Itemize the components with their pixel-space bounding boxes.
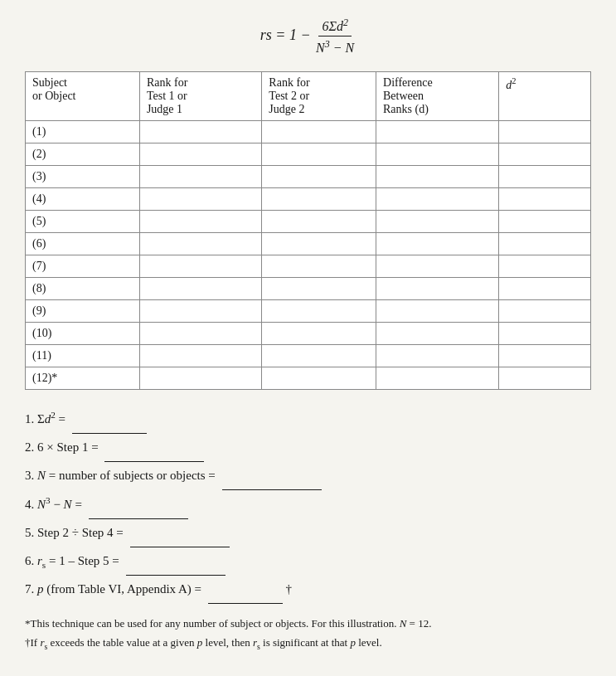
table-row: (2): [26, 143, 591, 165]
table-cell-subject: (8): [26, 277, 140, 299]
table-cell-data: [139, 210, 261, 232]
table-cell-subject: (2): [26, 143, 140, 165]
table-cell-data: [262, 344, 376, 367]
table-cell-data: [139, 187, 261, 210]
table-cell-data: [262, 165, 376, 187]
table-cell-data: [499, 255, 591, 277]
step-4-label: 4. N3 − N =: [25, 498, 82, 511]
table-cell-data: [376, 277, 499, 299]
table-cell-data: [499, 210, 591, 232]
table-cell-data: [139, 299, 261, 322]
footnote-asterisk: *This technique can be used for any numb…: [25, 615, 591, 633]
table-cell-data: [139, 255, 261, 277]
step-1: 1. Σd2 =: [25, 405, 591, 434]
table-cell-data: [139, 143, 261, 165]
table-cell-data: [262, 277, 376, 299]
table-cell-data: [262, 255, 376, 277]
col-header-rank1: Rank for Test 1 or Judge 1: [139, 71, 261, 120]
table-row: (8): [26, 277, 591, 299]
table-row: (3): [26, 165, 591, 187]
table-cell-data: [376, 367, 499, 389]
table-cell-data: [139, 344, 261, 367]
table-cell-data: [376, 232, 499, 255]
table-cell-data: [376, 143, 499, 165]
table-cell-data: [499, 187, 591, 210]
step-7-dagger: †: [286, 582, 293, 596]
table-cell-data: [139, 322, 261, 344]
table-row: (12)*: [26, 367, 591, 389]
step-3-blank: [222, 462, 322, 490]
table-row: (6): [26, 232, 591, 255]
formula-denominator: N3 − N: [316, 36, 354, 56]
step-1-label: 1. Σd2 =: [25, 412, 65, 426]
step-5-label: 5. Step 2 ÷ Step 4 =: [25, 526, 124, 539]
table-cell-data: [376, 120, 499, 143]
table-cell-data: [262, 367, 376, 389]
table-cell-data: [499, 299, 591, 322]
step-6: 6. rs = 1 – Step 5 =: [25, 547, 591, 576]
step-5: 5. Step 2 ÷ Step 4 =: [25, 519, 591, 547]
table-cell-data: [139, 367, 261, 389]
formula-numerator: 6Σd2: [318, 17, 352, 36]
table-cell-data: [376, 187, 499, 210]
col-header-subject: Subject or Object: [26, 71, 140, 120]
step-4-blank: [89, 491, 188, 519]
table-row: (1): [26, 120, 591, 143]
steps-section: 1. Σd2 = 2. 6 × Step 1 = 3. N = number o…: [25, 405, 591, 604]
step-2-label: 2. 6 × Step 1 =: [25, 440, 99, 454]
data-table: Subject or Object Rank for Test 1 or Jud…: [25, 71, 591, 390]
table-cell-data: [376, 165, 499, 187]
step-1-blank: [72, 406, 147, 434]
table-row: (11): [26, 344, 591, 367]
table-cell-data: [499, 344, 591, 367]
table-cell-subject: (10): [26, 322, 140, 344]
step-7-blank: [208, 576, 283, 604]
table-cell-data: [139, 120, 261, 143]
footnotes-section: *This technique can be used for any numb…: [25, 615, 591, 654]
step-3: 3. N = number of subjects or objects =: [25, 462, 591, 490]
col-header-d2: d2: [499, 71, 591, 120]
table-cell-data: [499, 120, 591, 143]
step-6-label: 6. rs = 1 – Step 5 =: [25, 554, 119, 567]
table-cell-data: [499, 143, 591, 165]
step-5-blank: [130, 519, 230, 547]
table-header-row: Subject or Object Rank for Test 1 or Jud…: [26, 71, 591, 120]
table-row: (9): [26, 299, 591, 322]
table-row: (7): [26, 255, 591, 277]
table-cell-subject: (5): [26, 210, 140, 232]
table-body: (1)(2)(3)(4)(5)(6)(7)(8)(9)(10)(11)(12)*: [26, 120, 591, 389]
footnote-dagger: †If rs exceeds the table value at a give…: [25, 635, 591, 653]
table-cell-data: [262, 120, 376, 143]
col-header-diff: Difference Between Ranks (d): [376, 71, 499, 120]
table-cell-subject: (12)*: [26, 367, 140, 389]
table-row: (5): [26, 210, 591, 232]
table-cell-subject: (1): [26, 120, 140, 143]
table-cell-data: [499, 367, 591, 389]
formula-display: rs = 1 − 6Σd2 N3 − N: [25, 17, 591, 56]
table-cell-data: [499, 322, 591, 344]
table-cell-data: [262, 143, 376, 165]
step-7-label: 7. p (from Table VI, Appendix A) =: [25, 582, 201, 596]
table-cell-data: [262, 322, 376, 344]
table-cell-data: [499, 232, 591, 255]
step-7: 7. p (from Table VI, Appendix A) = †: [25, 576, 591, 604]
table-cell-data: [376, 344, 499, 367]
table-cell-data: [376, 322, 499, 344]
step-2: 2. 6 × Step 1 =: [25, 434, 591, 462]
step-6-blank: [126, 547, 226, 576]
table-cell-data: [376, 255, 499, 277]
table-cell-data: [139, 277, 261, 299]
table-cell-data: [262, 299, 376, 322]
table-cell-subject: (9): [26, 299, 140, 322]
formula-fraction: 6Σd2 N3 − N: [316, 17, 354, 56]
table-cell-subject: (4): [26, 187, 140, 210]
table-cell-data: [262, 187, 376, 210]
table-cell-subject: (3): [26, 165, 140, 187]
table-cell-data: [376, 210, 499, 232]
table-cell-data: [262, 232, 376, 255]
table-row: (4): [26, 187, 591, 210]
table-cell-data: [139, 165, 261, 187]
step-2-blank: [104, 434, 204, 462]
table-cell-subject: (7): [26, 255, 140, 277]
table-cell-data: [139, 232, 261, 255]
